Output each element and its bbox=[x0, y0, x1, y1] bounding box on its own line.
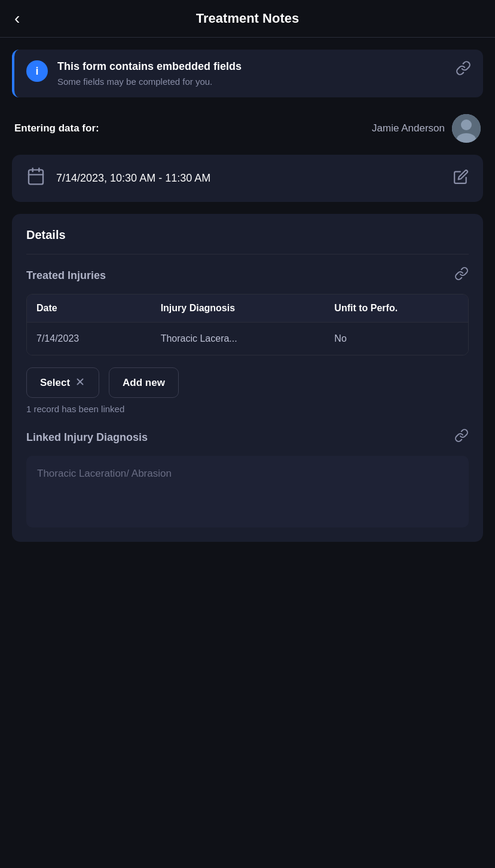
linked-injury-label: Linked Injury Diagnosis bbox=[26, 431, 148, 444]
entering-data-label: Entering data for: bbox=[14, 122, 99, 134]
col-unfit: Unfit to Perfo. bbox=[334, 303, 459, 314]
col-date: Date bbox=[36, 303, 161, 314]
date-card: 7/14/2023, 10:30 AM - 11:30 AM bbox=[12, 155, 483, 202]
injuries-table: Date Injury Diagnosis Unfit to Perfo. 7/… bbox=[26, 294, 469, 355]
details-card: Details Treated Injuries Date Injury Dia… bbox=[12, 214, 483, 542]
section-divider bbox=[26, 254, 469, 254]
treated-injuries-label: Treated Injuries bbox=[26, 269, 106, 282]
add-new-button[interactable]: Add new bbox=[109, 367, 179, 398]
back-button[interactable]: ‹ bbox=[14, 10, 20, 27]
cell-unfit: No bbox=[334, 333, 459, 344]
calendar-icon bbox=[26, 167, 45, 190]
header: ‹ Treatment Notes bbox=[0, 0, 495, 38]
cell-date: 7/14/2023 bbox=[36, 333, 161, 344]
svg-rect-3 bbox=[29, 170, 43, 184]
treated-injuries-header: Treated Injuries bbox=[26, 266, 469, 284]
details-title: Details bbox=[26, 228, 469, 242]
main-content: i This form contains embedded fields Som… bbox=[0, 38, 495, 566]
date-card-left: 7/14/2023, 10:30 AM - 11:30 AM bbox=[26, 167, 210, 190]
date-time-text: 7/14/2023, 10:30 AM - 11:30 AM bbox=[56, 172, 210, 185]
page-title: Treatment Notes bbox=[196, 11, 299, 26]
linked-injury-link-icon[interactable] bbox=[454, 428, 469, 446]
col-injury-diagnosis: Injury Diagnosis bbox=[161, 303, 335, 314]
edit-icon[interactable] bbox=[453, 169, 469, 188]
select-button-label: Select bbox=[40, 377, 70, 389]
action-buttons-row: Select Add new bbox=[26, 367, 469, 398]
user-name: Jamie Anderson bbox=[372, 122, 445, 134]
info-banner-link-icon[interactable] bbox=[456, 60, 471, 79]
treated-injuries-link-icon[interactable] bbox=[454, 266, 469, 284]
linked-injury-textbox[interactable]: Thoracic Laceration/ Abrasion bbox=[26, 456, 469, 527]
record-linked-text: 1 record has been linked bbox=[26, 404, 469, 414]
user-info: Jamie Anderson bbox=[372, 114, 481, 143]
select-chevron-icon bbox=[75, 376, 85, 389]
info-banner-subtitle: Some fields may be completed for you. bbox=[57, 76, 446, 87]
table-row: 7/14/2023 Thoracic Lacera... No bbox=[27, 323, 468, 355]
cell-injury-diagnosis: Thoracic Lacera... bbox=[161, 333, 335, 344]
info-icon: i bbox=[26, 60, 48, 82]
select-button[interactable]: Select bbox=[26, 367, 99, 398]
info-banner: i This form contains embedded fields Som… bbox=[12, 50, 483, 97]
linked-injury-header: Linked Injury Diagnosis bbox=[26, 428, 469, 446]
info-banner-title: This form contains embedded fields bbox=[57, 60, 446, 73]
table-header: Date Injury Diagnosis Unfit to Perfo. bbox=[27, 295, 468, 323]
info-banner-text: This form contains embedded fields Some … bbox=[57, 60, 446, 87]
avatar bbox=[452, 114, 481, 143]
linked-injury-text: Thoracic Laceration/ Abrasion bbox=[37, 468, 172, 479]
entering-data-row: Entering data for: Jamie Anderson bbox=[12, 114, 483, 143]
svg-point-1 bbox=[461, 119, 472, 130]
